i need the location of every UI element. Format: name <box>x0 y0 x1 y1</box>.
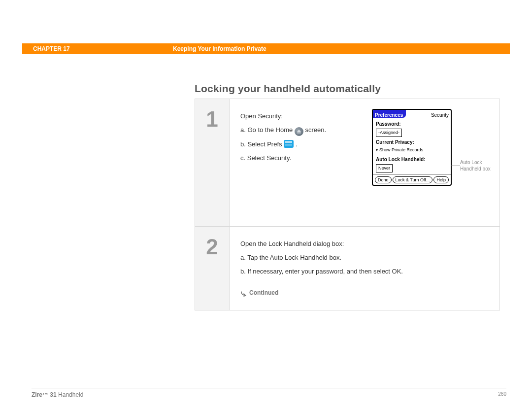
privacy-dropdown[interactable]: Show Private Records <box>376 146 448 154</box>
product-bold: Zire™ 31 <box>32 391 57 398</box>
palm-footer: Done Lock & Turn Off... Help <box>373 174 451 185</box>
step-body: Open Security: a. Go to the Home screen.… <box>230 99 499 226</box>
screenshot-wrap: Preferences Security Password: -Assigned… <box>372 109 496 186</box>
password-value-box[interactable]: -Assigned- <box>376 129 402 137</box>
text: screen. <box>305 126 326 134</box>
text: . <box>296 140 298 148</box>
palm-preferences-window: Preferences Security Password: -Assigned… <box>372 109 452 186</box>
page-number: 260 <box>498 391 506 398</box>
chapter-header: CHAPTER 17 Keeping Your Information Priv… <box>22 43 510 54</box>
step-number: 2 <box>195 227 230 310</box>
home-icon <box>295 127 303 136</box>
step-row: 2 Open the Lock Handheld dialog box: a. … <box>195 227 499 310</box>
step-number: 1 <box>195 99 230 226</box>
palm-title-right: Security <box>431 110 451 118</box>
privacy-label: Current Privacy: <box>376 138 448 146</box>
palm-title-left: Preferences <box>373 110 406 118</box>
section-heading: Locking your handheld automatically <box>195 83 381 95</box>
autolock-label: Auto Lock Handheld: <box>376 155 448 164</box>
callout-line <box>451 166 460 166</box>
text: b. Select Prefs <box>240 140 284 148</box>
continued-text: Continued <box>249 288 278 298</box>
prefs-icon <box>284 140 294 148</box>
text: a. Go to the Home <box>240 126 295 134</box>
product-rest: Handheld <box>57 391 84 398</box>
callout-label: Auto Lock Handheld box <box>460 159 496 172</box>
page-footer: Zire™ 31 Handheld 260 <box>32 388 506 398</box>
lock-turnoff-button[interactable]: Lock & Turn Off... <box>393 176 433 183</box>
privacy-value: Show Private Records <box>379 147 423 152</box>
chapter-label: CHAPTER 17 <box>22 45 173 52</box>
continued-indicator: Continued <box>240 288 491 298</box>
step-row: 1 Open Security: a. Go to the Home scree… <box>195 99 499 227</box>
help-button[interactable]: Help <box>433 176 449 183</box>
continued-arrow-icon <box>240 290 246 296</box>
step-substep: b. If necessary, enter your password, an… <box>240 266 491 277</box>
steps-table: 1 Open Security: a. Go to the Home scree… <box>195 99 500 310</box>
step-body: Open the Lock Handheld dialog box: a. Ta… <box>230 227 499 310</box>
product-name: Zire™ 31 Handheld <box>32 391 83 398</box>
chapter-title: Keeping Your Information Private <box>173 45 266 52</box>
palm-body: Password: -Assigned- Current Privacy: Sh… <box>373 118 451 174</box>
palm-titlebar: Preferences Security <box>373 110 451 118</box>
autolock-value-box[interactable]: Never <box>376 164 393 172</box>
step-substep: a. Tap the Auto Lock Handheld box. <box>240 252 491 263</box>
done-button[interactable]: Done <box>375 176 392 183</box>
password-label: Password: <box>376 120 448 128</box>
step-intro: Open the Lock Handheld dialog box: <box>240 239 491 249</box>
